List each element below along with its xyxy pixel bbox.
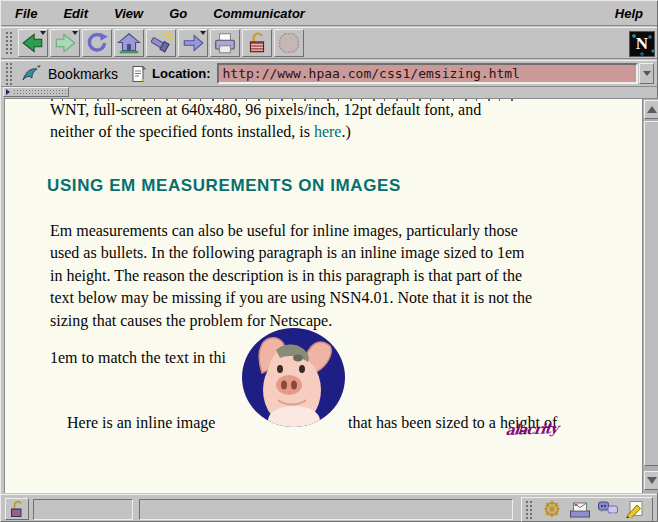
paragraph-line: used as bullets. In the following paragr… xyxy=(50,242,532,264)
security-lock-icon xyxy=(245,31,269,55)
scrollbar-thumb[interactable] xyxy=(644,121,658,466)
paragraph-line: Em measurements can also be useful for i… xyxy=(50,220,532,242)
status-bar xyxy=(1,494,657,522)
composer-icon xyxy=(625,500,647,518)
forward-button[interactable] xyxy=(50,29,80,57)
paragraph-line: text below may be missing if you are usi… xyxy=(50,287,532,309)
overlapped-text-line: 1em to match the text in thi xyxy=(50,349,226,367)
menu-go[interactable]: Go xyxy=(169,6,187,21)
reload-icon xyxy=(85,31,109,55)
security-status-panel xyxy=(33,499,133,520)
composer-component-button[interactable] xyxy=(622,499,650,520)
bookmarks-button[interactable]: Bookmarks xyxy=(17,63,122,85)
intro-line-1: WNT, full-screen at 640x480, 96 pixels/i… xyxy=(50,101,481,119)
caption-text-left: Here is an inline image xyxy=(67,414,215,432)
paragraph: Em measurements can also be useful for i… xyxy=(50,220,532,332)
intro-line-2-text: neither of the specified fonts installed… xyxy=(50,123,314,140)
stop-button[interactable] xyxy=(274,29,304,57)
stop-icon xyxy=(277,31,301,55)
netscape-logo[interactable]: N xyxy=(629,31,655,57)
back-button[interactable] xyxy=(18,29,48,57)
section-heading: USING EM MEASUREMENTS ON IMAGES xyxy=(47,176,401,196)
search-icon xyxy=(149,31,173,55)
discussions-component-button[interactable] xyxy=(594,499,622,520)
expand-arrow-icon xyxy=(6,89,10,95)
print-icon xyxy=(213,31,237,55)
collapsed-toolbar-row xyxy=(1,87,657,98)
guide-button[interactable] xyxy=(178,29,208,57)
status-message-panel xyxy=(139,499,513,520)
bookmarks-icon xyxy=(21,64,43,84)
scroll-up-button[interactable] xyxy=(644,100,658,119)
menu-communicator[interactable]: Communicator xyxy=(213,6,305,21)
component-bar-grip-handle[interactable] xyxy=(524,499,534,519)
page-proxy-icon[interactable] xyxy=(130,65,148,83)
component-bar xyxy=(521,497,653,522)
toolbar-grip-handle[interactable] xyxy=(4,30,13,56)
navigator-component-button[interactable] xyxy=(538,499,566,520)
menu-help[interactable]: Help xyxy=(615,6,643,21)
search-button[interactable] xyxy=(146,29,176,57)
inbox-component-button[interactable] xyxy=(566,499,594,520)
security-status-button[interactable] xyxy=(5,498,29,520)
url-dropdown-arrow-icon xyxy=(643,71,651,76)
pig-inline-image xyxy=(242,328,345,427)
bookmarks-label: Bookmarks xyxy=(48,66,118,82)
guide-dropdown-icon xyxy=(200,31,206,35)
home-button[interactable] xyxy=(114,29,144,57)
reload-button[interactable] xyxy=(82,29,112,57)
menu-file[interactable]: File xyxy=(15,6,37,21)
url-input[interactable] xyxy=(217,63,638,84)
scroll-down-arrow-icon xyxy=(647,477,657,484)
intro-line-2-suffix: .) xyxy=(341,123,350,140)
open-padlock-icon xyxy=(8,500,26,518)
print-button[interactable] xyxy=(210,29,240,57)
scroll-down-button[interactable] xyxy=(644,471,658,490)
vertical-scrollbar[interactable] xyxy=(642,99,658,493)
browser-window: File Edit View Go Communicator Help xyxy=(0,0,658,522)
scroll-up-arrow-icon xyxy=(647,106,657,113)
location-bar: Bookmarks Location: xyxy=(1,60,657,87)
menu-bar: File Edit View Go Communicator Help xyxy=(1,1,657,26)
tab-grip-texture xyxy=(13,89,68,95)
url-dropdown-button[interactable] xyxy=(639,63,654,84)
collapsed-personal-toolbar-tab[interactable] xyxy=(3,87,69,97)
menu-edit[interactable]: Edit xyxy=(63,6,88,21)
security-button[interactable] xyxy=(242,29,272,57)
discussions-icon xyxy=(597,500,619,518)
location-label: Location: xyxy=(152,66,211,81)
location-bar-grip-handle[interactable] xyxy=(4,61,13,87)
menu-view[interactable]: View xyxy=(114,6,143,21)
here-link[interactable]: here xyxy=(314,123,342,140)
navigator-wheel-icon xyxy=(541,500,563,518)
navigation-toolbar: N xyxy=(1,27,657,59)
inbox-icon xyxy=(569,500,591,518)
paragraph-line: in height. The reason the description is… xyxy=(50,265,532,287)
forward-dropdown-icon xyxy=(72,31,78,35)
home-icon xyxy=(117,31,141,55)
overlapping-script-text: alacrity xyxy=(505,420,558,438)
back-dropdown-icon xyxy=(40,31,46,35)
page-content: WNT, full-screen at 640x480, 96 pixels/i… xyxy=(4,98,658,493)
intro-line-2: neither of the specified fonts installed… xyxy=(50,123,351,141)
